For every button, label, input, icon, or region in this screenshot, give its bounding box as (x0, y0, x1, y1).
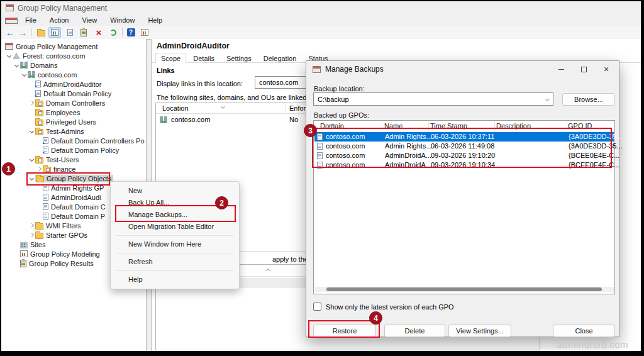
tree-item-employees[interactable]: Employees (1, 108, 146, 117)
chevron-down-icon[interactable] (21, 72, 26, 77)
tree-item-privileged-users[interactable]: Privileged Users (1, 117, 146, 126)
menu-item-open-migration-table-editor[interactable]: Open Migration Table Editor (111, 221, 239, 233)
chevron-right-icon[interactable] (29, 101, 33, 105)
column-separator[interactable] (286, 104, 286, 113)
copy-icon[interactable] (64, 27, 76, 38)
menu-bar: File Action View Window Help (1, 15, 641, 26)
chevron-right-icon[interactable] (29, 223, 33, 228)
tree-item-admindroidauditor[interactable]: AdminDroidAuditor (1, 79, 146, 89)
dialog-icon (313, 66, 321, 73)
backup-location-value: C:\backup (314, 96, 546, 103)
dialog-title: Manage Backups (325, 65, 384, 74)
menu-item-refresh[interactable]: Refresh (111, 256, 239, 268)
annotation-badge-4: 4 (369, 311, 382, 325)
forward-icon[interactable]: → (16, 27, 29, 38)
tab-settings[interactable]: Settings (221, 53, 257, 63)
system-menu-icon[interactable] (5, 18, 18, 24)
annotation-badge-2: 2 (215, 196, 228, 209)
menu-separator (116, 253, 233, 253)
tree-item-domain-controllers[interactable]: Domain Controllers (1, 98, 146, 108)
backup-location-combobox[interactable]: C:\backup (313, 92, 553, 106)
backup-location-label: Backup location: (314, 85, 365, 92)
tree-item-ddp[interactable]: Default Domain Policy (1, 145, 146, 155)
ou-icon (35, 129, 43, 135)
toolbar-separator (31, 28, 32, 36)
help-icon[interactable]: ? (125, 27, 137, 38)
backed-up-gpos-label: Backed up GPOs: (314, 111, 369, 119)
tree-item-group-policy-management[interactable]: Group Policy Management (1, 42, 146, 51)
gpo-link-icon (43, 137, 48, 144)
tab-details[interactable]: Details (188, 53, 219, 63)
sort-chevron-icon (266, 269, 270, 273)
back-icon[interactable]: ← (4, 27, 16, 38)
annotation-badge-3: 3 (304, 124, 317, 137)
ou-icon (43, 167, 51, 173)
gpo-icon (43, 203, 48, 210)
menu-view[interactable]: View (77, 15, 103, 25)
chevron-down-icon[interactable] (29, 129, 33, 133)
chevron-down-icon[interactable] (6, 53, 11, 58)
tree-item-test-users[interactable]: Test-Users (1, 155, 146, 164)
ou-icon (35, 110, 43, 116)
tab-scope[interactable]: Scope (155, 53, 186, 64)
tree-item-contoso[interactable]: contoso.com (1, 70, 146, 79)
results-icon (20, 260, 26, 267)
app-icon (6, 4, 14, 11)
tree-item-ddcp[interactable]: Default Domain Controllers Po (1, 136, 146, 145)
tree-item-forest[interactable]: Forest: contoso.com (1, 51, 146, 60)
column-enforced[interactable]: Enfor (289, 104, 306, 112)
menu-separator (116, 270, 233, 271)
domains-icon (20, 62, 28, 69)
tree-item-domains[interactable]: Domains (1, 60, 146, 70)
view-settings-button[interactable]: View Settings... (448, 325, 511, 337)
menu-help[interactable]: Help (142, 15, 168, 25)
screenshot-root: Group Policy Management File Action View… (0, 0, 644, 356)
chevron-down-icon[interactable] (14, 63, 18, 67)
tab-delegation[interactable]: Delegation (258, 53, 302, 63)
refresh-icon[interactable] (107, 27, 119, 38)
scrollbar-thumb[interactable] (326, 287, 602, 291)
show-console-tree-icon[interactable] (48, 27, 61, 38)
toolbar-separator (122, 28, 123, 36)
modeling-icon (20, 250, 28, 257)
close-icon[interactable]: × (597, 61, 616, 77)
title-bar: Group Policy Management (1, 1, 641, 15)
delete-button[interactable]: Delete (384, 325, 445, 337)
browse-button[interactable]: Browse... (562, 93, 615, 106)
console-icon (5, 43, 13, 50)
minimize-icon[interactable] (552, 61, 570, 77)
ou-icon (35, 101, 43, 107)
display-links-label: Display links in this location: (157, 80, 243, 87)
gpo-link-icon (35, 90, 41, 97)
close-button[interactable]: Close (553, 325, 615, 337)
annotation-rect-3 (312, 128, 612, 168)
row-location: contoso.com (171, 116, 210, 123)
chevron-down-icon[interactable] (29, 157, 33, 162)
manage-backups-dialog: Manage Backups × Backup location: C:\bac… (306, 60, 619, 337)
menu-window[interactable]: Window (104, 15, 140, 25)
paste-icon[interactable] (77, 27, 90, 38)
maximize-icon[interactable] (574, 61, 593, 77)
sort-chevron-icon (221, 104, 225, 109)
window-title: Group Policy Management (18, 4, 107, 13)
chevron-right-icon[interactable] (29, 233, 33, 237)
menu-item-new[interactable]: New (111, 185, 239, 197)
tree-item-test-admins[interactable]: Test-Admins (1, 126, 146, 136)
horizontal-scrollbar[interactable] (315, 287, 614, 292)
up-one-level-icon[interactable] (35, 27, 47, 38)
toolbar: ← → × ? (1, 26, 641, 40)
gpo-link-icon (35, 81, 41, 87)
menu-item-new-window-from-here[interactable]: New Window from Here (111, 238, 239, 250)
annotation-badge-1: 1 (2, 162, 15, 175)
menu-item-help[interactable]: Help (111, 274, 239, 286)
column-location[interactable]: Location (162, 104, 189, 112)
export-list-icon[interactable] (138, 27, 151, 38)
latest-version-checkbox[interactable] (313, 303, 321, 311)
gpmc-window: Group Policy Management File Action View… (1, 1, 641, 351)
ou-icon (35, 120, 43, 126)
menu-action[interactable]: Action (44, 15, 75, 25)
delete-icon[interactable]: × (92, 27, 105, 38)
tree-item-default-domain-policy[interactable]: Default Domain Policy (1, 89, 146, 98)
menu-file[interactable]: File (19, 15, 42, 25)
chevron-right-icon[interactable] (36, 167, 41, 171)
